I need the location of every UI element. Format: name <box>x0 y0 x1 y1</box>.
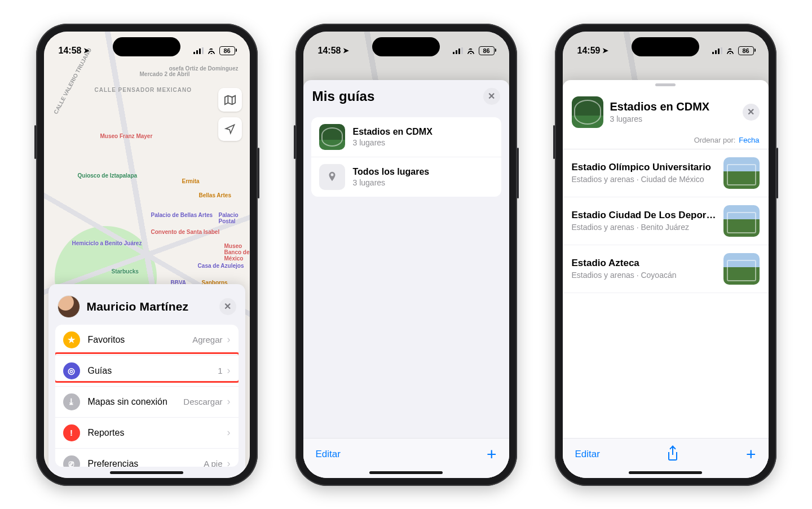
menu-offline-maps[interactable]: ⤓ Mapas sin conexión Descargar› <box>55 387 239 418</box>
status-time: 14:59 <box>577 46 601 56</box>
poi-pensador: CALLE PENSADOR MEXICANO <box>95 87 192 93</box>
poi-banco: Museo Banco de México <box>224 243 250 262</box>
phone-1: 14:58 ➤ 86 Mercado 2 de Abril osefa Orti… <box>36 24 258 486</box>
user-name: Mauricio Martínez <box>87 300 213 313</box>
sheet-title: Mis guías <box>312 88 476 104</box>
chevron-right-icon: › <box>227 365 231 377</box>
close-button[interactable]: ✕ <box>483 88 500 105</box>
cell-signal-icon <box>453 47 463 54</box>
guide-title: Estadios en CDMX <box>610 100 736 113</box>
chevron-right-icon: › <box>227 427 231 439</box>
location-arrow-icon: ➤ <box>343 46 349 55</box>
menu-preferencias[interactable]: ⎚ Preferencias A pie› <box>55 449 239 467</box>
status-time: 14:58 <box>59 46 82 56</box>
chevron-right-icon: › <box>227 334 231 346</box>
share-button[interactable] <box>667 448 679 461</box>
report-icon: ! <box>63 424 80 441</box>
wifi-icon <box>466 47 475 54</box>
location-arrow-icon: ➤ <box>602 46 608 55</box>
poi-convento: Convento de Santa Isabel <box>151 229 220 235</box>
phone-2: 14:58 ➤ 86 Mis guías ✕ <box>295 24 517 486</box>
poi-palacio: Palacio de Bellas Artes <box>151 212 213 218</box>
guide-item-estadios[interactable]: Estadios en CDMX 3 lugares <box>311 117 501 157</box>
poi-bellas: Bellas Artes <box>199 192 231 198</box>
sort-control[interactable]: Ordenar por: Fecha <box>563 134 769 149</box>
guide-icon: ◎ <box>63 362 80 379</box>
wifi-icon <box>207 47 216 54</box>
battery-icon: 86 <box>219 46 235 55</box>
add-button[interactable]: + <box>487 446 497 463</box>
add-button[interactable]: + <box>746 446 756 463</box>
place-thumbnail <box>723 157 760 189</box>
dynamic-island <box>632 37 699 56</box>
place-deportes[interactable]: Estadio Ciudad De Los Deport… Estadios y… <box>563 197 769 245</box>
chevron-right-icon: › <box>227 396 231 408</box>
star-icon: ★ <box>63 331 80 348</box>
place-thumbnail <box>723 253 760 285</box>
battery-icon: 86 <box>738 46 754 55</box>
poi-hemiciclo: Hemiciclo a Benito Juárez <box>72 240 142 246</box>
chevron-right-icon: › <box>227 458 231 467</box>
poi-franz: Museo Franz Mayer <box>100 133 153 139</box>
poi-quiosco: Quiosco de Iztapalapa <box>78 172 138 179</box>
avatar[interactable] <box>58 295 80 318</box>
home-indicator[interactable] <box>110 471 183 474</box>
guide-item-all-places[interactable]: Todos los lugares 3 lugares <box>311 157 501 197</box>
profile-sheet: Mauricio Martínez ✕ ★ Favoritos Agregar›… <box>48 284 245 478</box>
guide-sub: 3 lugares <box>610 114 736 123</box>
location-arrow-icon: ➤ <box>83 46 90 55</box>
guides-sheet: Mis guías ✕ Estadios en CDMX 3 lugares <box>303 80 509 478</box>
phone-3: 14:59 ➤ 86 Estadios en CDMX 3 lugares <box>555 24 776 486</box>
edit-button[interactable]: Editar <box>316 449 341 460</box>
menu-reportes[interactable]: ! Reportes › <box>55 418 239 449</box>
place-olimpico[interactable]: Estadio Olímpico Universitario Estadios … <box>563 149 769 197</box>
settings-icon: ⎚ <box>63 455 80 467</box>
poi-ermita: Ermita <box>182 178 200 184</box>
dynamic-island <box>113 37 180 56</box>
edit-button[interactable]: Editar <box>575 449 600 460</box>
home-indicator[interactable] <box>369 471 443 474</box>
guide-thumbnail <box>572 96 603 128</box>
cell-signal-icon <box>712 47 722 54</box>
status-time: 14:58 <box>318 46 341 56</box>
pin-icon <box>319 164 345 190</box>
wifi-icon <box>726 47 735 54</box>
menu-favoritos[interactable]: ★ Favoritos Agregar› <box>55 325 239 356</box>
home-indicator[interactable] <box>629 471 702 474</box>
poi-mercado: Mercado 2 de Abril <box>140 71 190 77</box>
close-button[interactable]: ✕ <box>743 104 760 121</box>
poi-postal: Palacio Postal <box>219 212 250 224</box>
poi-ortiz: osefa Ortiz de Domínguez <box>169 65 239 72</box>
battery-icon: 86 <box>479 46 495 55</box>
sheet-grabber[interactable] <box>655 83 676 86</box>
place-azteca[interactable]: Estadio Azteca Estadios y arenas · Coyoa… <box>563 245 769 293</box>
close-button[interactable]: ✕ <box>219 298 236 315</box>
guide-thumbnail <box>319 124 345 150</box>
menu-guias[interactable]: ◎ Guías 1› <box>55 356 239 387</box>
dynamic-island <box>372 37 440 56</box>
guide-detail-sheet: Estadios en CDMX 3 lugares ✕ Ordenar por… <box>563 80 769 478</box>
cell-signal-icon <box>193 47 204 54</box>
poi-azulejos: Casa de Azulejos <box>198 263 244 269</box>
download-icon: ⤓ <box>63 393 80 410</box>
locate-button[interactable] <box>218 117 242 141</box>
poi-starbucks: Starbucks <box>112 268 139 275</box>
place-thumbnail <box>723 205 760 237</box>
map-mode-button[interactable] <box>218 88 242 112</box>
